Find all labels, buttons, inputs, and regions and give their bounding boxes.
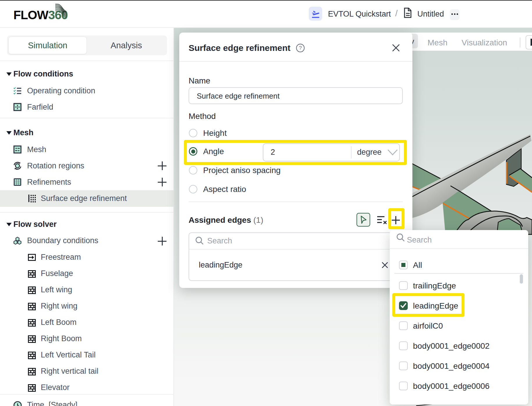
svg-text:?: ? — [299, 45, 302, 51]
